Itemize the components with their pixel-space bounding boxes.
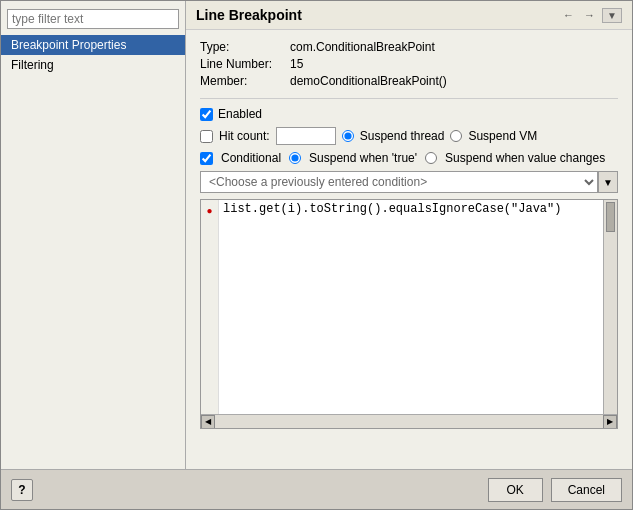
condition-select[interactable]: <Choose a previously entered condition>	[200, 171, 598, 193]
hit-count-label: Hit count:	[219, 129, 270, 143]
line-label: Line Number:	[200, 57, 290, 71]
suspend-vm-radio[interactable]	[450, 130, 462, 142]
info-grid: Type: com.ConditionalBreakPoint Line Num…	[200, 40, 618, 88]
scroll-left-btn[interactable]: ◀	[201, 415, 215, 429]
suspend-when-true-label: Suspend when 'true'	[309, 151, 417, 165]
right-panel: Line Breakpoint ← → ▼ Type: com.Conditio…	[186, 1, 632, 469]
conditional-label: Conditional	[221, 151, 281, 165]
help-button[interactable]: ?	[11, 479, 33, 501]
code-area-wrapper: ● list.get(i).toString().equalsIgnoreCas…	[200, 199, 618, 429]
member-value: demoConditionalBreakPoint()	[290, 74, 618, 88]
suspend-when-changes-radio[interactable]	[425, 152, 437, 164]
hit-count-checkbox[interactable]	[200, 130, 213, 143]
gutter-marker: ●	[206, 202, 212, 220]
cancel-button[interactable]: Cancel	[551, 478, 622, 502]
conditional-checkbox[interactable]	[200, 152, 213, 165]
hit-count-row: Hit count: Suspend thread Suspend VM	[200, 127, 618, 145]
nav-back-button[interactable]: ←	[560, 8, 577, 22]
ok-button[interactable]: OK	[488, 478, 543, 502]
nav-forward-button[interactable]: →	[581, 8, 598, 22]
line-value: 15	[290, 57, 618, 71]
filter-input[interactable]	[7, 9, 179, 29]
suspend-thread-radio[interactable]	[342, 130, 354, 142]
sidebar-item-breakpoint-properties[interactable]: Breakpoint Properties	[1, 35, 185, 55]
suspend-when-true-radio[interactable]	[289, 152, 301, 164]
member-label: Member:	[200, 74, 290, 88]
panel-title: Line Breakpoint	[196, 7, 302, 23]
code-gutter: ●	[201, 200, 219, 414]
right-header: Line Breakpoint ← → ▼	[186, 1, 632, 30]
suspend-thread-label: Suspend thread	[360, 129, 445, 143]
horizontal-scrollbar[interactable]: ◀ ▶	[201, 414, 617, 428]
left-panel: Breakpoint Properties Filtering	[1, 1, 186, 469]
enabled-checkbox[interactable]	[200, 108, 213, 121]
separator-1	[200, 98, 618, 99]
header-nav: ← → ▼	[560, 8, 622, 23]
enabled-row: Enabled	[200, 107, 618, 121]
footer-right: OK Cancel	[488, 478, 622, 502]
scroll-right-btn[interactable]: ▶	[603, 415, 617, 429]
suspend-vm-label: Suspend VM	[468, 129, 537, 143]
code-area: ● list.get(i).toString().equalsIgnoreCas…	[201, 200, 617, 414]
scrollbar-thumb-v[interactable]	[606, 202, 615, 232]
dropdown-arrow[interactable]: ▼	[602, 8, 622, 23]
type-value: com.ConditionalBreakPoint	[290, 40, 618, 54]
condition-dropdown-btn[interactable]: ▼	[598, 171, 618, 193]
footer-left: ?	[11, 479, 33, 501]
right-body: Type: com.ConditionalBreakPoint Line Num…	[186, 30, 632, 469]
code-content[interactable]: list.get(i).toString().equalsIgnoreCase(…	[219, 200, 603, 414]
type-label: Type:	[200, 40, 290, 54]
suspend-when-changes-label: Suspend when value changes	[445, 151, 605, 165]
vertical-scrollbar[interactable]	[603, 200, 617, 414]
scroll-track-h	[215, 415, 603, 428]
conditional-row: Conditional Suspend when 'true' Suspend …	[200, 151, 618, 165]
condition-dropdown-row: <Choose a previously entered condition> …	[200, 171, 618, 193]
hit-count-input[interactable]	[276, 127, 336, 145]
enabled-label: Enabled	[218, 107, 262, 121]
sidebar-item-filtering[interactable]: Filtering	[1, 55, 185, 75]
footer: ? OK Cancel	[1, 469, 632, 509]
